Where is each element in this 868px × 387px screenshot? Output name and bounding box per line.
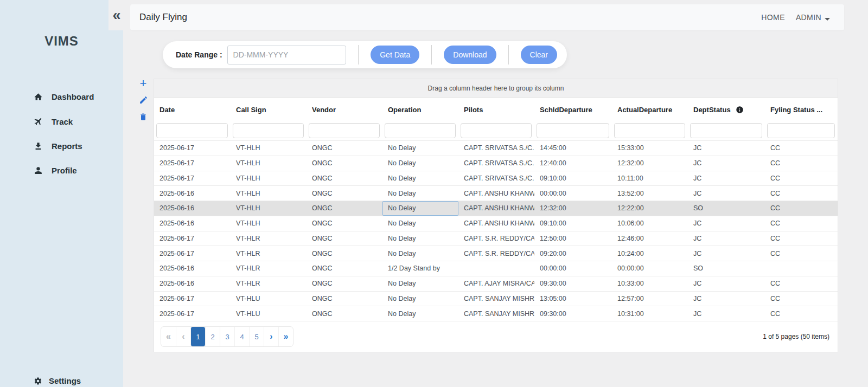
column-header-call-sign[interactable]: Call Sign [231,106,307,114]
table-row[interactable]: 2025-06-17VT-HLUONGCNo DelayCAPT. SANJAY… [154,306,838,321]
table-cell[interactable]: 10:31:00 [612,306,688,321]
table-cell[interactable]: SO [688,201,765,216]
table-cell[interactable]: 00:00:00 [534,186,612,201]
table-row[interactable]: 2025-06-17VT-HLRONGCNo DelayCAPT. S.R. R… [154,231,838,247]
table-cell[interactable]: No Delay [382,171,458,186]
filter-input-fyling-status[interactable] [767,123,835,138]
column-header-date[interactable]: Date [154,106,231,114]
table-cell[interactable]: CAPT. SRIVATSA S./C... [458,171,534,186]
sidebar-collapse-button[interactable]: « [108,0,125,30]
filter-input-date[interactable] [156,123,228,138]
table-cell[interactable]: JC [688,246,765,261]
table-cell[interactable]: CC [765,156,838,171]
clear-button[interactable]: Clear [521,46,557,64]
table-cell[interactable]: VT-HLH [231,171,307,186]
add-row-button[interactable]: + [140,79,147,88]
table-row[interactable]: 2025-06-16VT-HLHONGCNo DelayCAPT. ANSHU … [154,186,838,201]
table-cell[interactable]: CC [765,201,838,216]
nav-admin-menu[interactable]: ADMIN [796,13,830,22]
table-cell[interactable]: CAPT. S.R. REDDY/CA... [458,231,534,246]
sidebar-item-reports[interactable]: Reports [34,141,123,151]
table-cell[interactable]: 12:32:00 [534,201,612,216]
table-cell[interactable]: ONGC [307,306,382,321]
table-cell[interactable]: JC [688,216,765,231]
table-cell[interactable]: ONGC [307,231,382,246]
table-cell[interactable]: ONGC [307,201,382,216]
table-cell[interactable]: No Delay [382,276,458,291]
column-header-pilots[interactable]: Pilots [458,106,534,114]
table-cell[interactable]: 09:30:00 [534,276,612,291]
page-button-2[interactable]: 2 [205,327,220,346]
table-cell[interactable]: JC [688,156,765,171]
filter-input-call-sign[interactable] [233,123,304,138]
download-button[interactable]: Download [444,46,496,64]
filter-input-vendor[interactable] [309,123,380,138]
table-cell[interactable]: VT-HLU [231,306,307,321]
table-cell[interactable]: JC [688,276,765,291]
table-cell[interactable]: 10:11:00 [612,171,688,186]
table-cell[interactable]: No Delay [382,201,458,216]
table-cell[interactable]: VT-HLR [231,246,307,261]
table-cell[interactable]: CAPT. SRIVATSA S./C... [458,156,534,171]
filter-input-actualdeparture[interactable] [614,123,685,138]
date-range-input[interactable] [227,46,347,64]
table-cell[interactable]: 10:06:00 [612,216,688,231]
table-cell[interactable]: 2025-06-17 [154,292,231,306]
table-cell[interactable]: 2025-06-16 [154,186,231,201]
table-cell[interactable]: 12:50:00 [534,231,612,246]
page-button-1[interactable]: 1 [190,327,205,346]
prev-page-button[interactable]: ‹ [176,327,190,346]
table-cell[interactable]: 09:30:00 [534,306,612,321]
table-cell[interactable]: VT-HLR [231,231,307,246]
table-cell[interactable]: CC [765,292,838,306]
table-cell[interactable]: No Delay [382,246,458,261]
table-cell[interactable]: No Delay [382,186,458,201]
table-cell[interactable]: 2025-06-16 [154,261,231,276]
table-cell[interactable]: CC [765,186,838,201]
table-cell[interactable]: JC [688,141,765,156]
table-cell[interactable]: VT-HLH [231,186,307,201]
table-cell[interactable]: CC [765,141,838,156]
column-header-actualdeparture[interactable]: ActualDeparture [612,106,688,114]
column-header-operation[interactable]: Operation [382,106,458,114]
table-cell[interactable]: 2025-06-17 [154,171,231,186]
table-cell[interactable]: CC [765,216,838,231]
table-row[interactable]: 2025-06-16VT-HLHONGCNo DelayCAPT. ANSHU … [154,201,838,216]
table-row[interactable]: 2025-06-17VT-HLHONGCNo DelayCAPT. SRIVAT… [154,171,838,186]
get-data-button[interactable]: Get Data [371,46,419,64]
table-cell[interactable]: CAPT. S.R. REDDY/CA... [458,246,534,261]
table-cell[interactable]: 10:24:00 [612,246,688,261]
table-cell[interactable]: ONGC [307,186,382,201]
table-cell[interactable]: 12:32:00 [612,156,688,171]
column-header-vendor[interactable]: Vendor [307,106,382,114]
delete-row-button[interactable] [139,112,148,121]
table-cell[interactable]: VT-HLR [231,276,307,291]
table-row[interactable]: 2025-06-17VT-HLHONGCNo DelayCAPT. SRIVAT… [154,156,838,171]
filter-input-schlddeparture[interactable] [537,123,609,138]
table-cell[interactable]: VT-HLH [231,156,307,171]
table-row[interactable]: 2025-06-17VT-HLRONGCNo DelayCAPT. S.R. R… [154,246,838,261]
table-cell[interactable]: 2025-06-17 [154,231,231,246]
sidebar-item-settings[interactable]: Settings [34,376,81,385]
table-cell[interactable]: CC [765,306,838,321]
table-cell[interactable]: 2025-06-16 [154,201,231,216]
table-cell[interactable]: No Delay [382,306,458,321]
next-page-button[interactable]: › [264,327,278,346]
table-cell[interactable]: CC [765,171,838,186]
table-cell[interactable]: JC [688,231,765,246]
table-cell[interactable]: CC [765,276,838,291]
nav-home-link[interactable]: HOME [761,13,785,22]
table-cell[interactable]: 15:33:00 [612,141,688,156]
filter-input-deptstatus[interactable] [690,123,762,138]
table-cell[interactable]: JC [688,306,765,321]
table-cell[interactable]: ONGC [307,171,382,186]
table-cell[interactable]: 09:10:00 [534,171,612,186]
table-cell[interactable]: 1/2 Day Stand by [382,261,458,276]
table-cell[interactable]: 12:57:00 [612,292,688,306]
table-cell[interactable]: 12:40:00 [534,156,612,171]
table-row[interactable]: 2025-06-16VT-HLRONGCNo DelayCAPT. AJAY M… [154,276,838,292]
table-cell[interactable]: 13:05:00 [534,292,612,306]
table-cell[interactable]: ONGC [307,292,382,306]
table-cell[interactable]: 2025-06-17 [154,141,231,156]
filter-input-operation[interactable] [385,123,456,138]
